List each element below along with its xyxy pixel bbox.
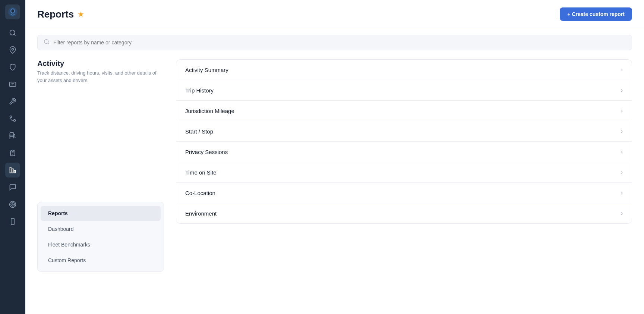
report-item-label: Privacy Sessions [185,149,228,155]
svg-rect-6 [10,82,16,87]
svg-point-23 [44,40,48,44]
chat-nav-icon[interactable] [5,180,20,195]
svg-point-2 [12,9,14,13]
svg-point-10 [14,120,16,122]
category-title: Activity [37,59,164,68]
reports-list: Activity Summary › Trip History › Jurisd… [176,59,632,224]
location-nav-icon[interactable] [5,43,20,57]
svg-rect-12 [12,150,14,151]
chevron-right-icon: › [621,107,623,114]
subnav-item-fleet-benchmarks[interactable]: Fleet Benchmarks [41,237,161,252]
report-item-start-stop[interactable]: Start / Stop › [176,121,632,142]
svg-rect-11 [10,135,14,136]
target-nav-icon[interactable] [5,197,20,212]
favorite-star-icon[interactable]: ★ [78,10,84,19]
svg-rect-16 [12,169,13,173]
search-bar [37,35,632,50]
category-description: Track distance, driving hours, visits, a… [37,69,164,84]
subnav-card: Reports Dashboard Fleet Benchmarks Custo… [37,202,164,272]
svg-point-3 [10,30,15,35]
svg-rect-15 [10,167,11,173]
subnav-item-custom-reports[interactable]: Custom Reports [41,253,161,268]
chevron-right-icon: › [621,66,623,73]
report-item-label: Time on Site [185,169,217,176]
clipboard-nav-icon[interactable] [5,145,20,160]
chevron-right-icon: › [621,87,623,94]
chevron-right-icon: › [621,169,623,176]
report-item-label: Trip History [185,87,214,94]
fuel-nav-icon[interactable] [5,128,20,143]
shield-nav-icon[interactable] [5,60,20,75]
chevron-right-icon: › [621,189,623,196]
report-item-label: Activity Summary [185,67,228,73]
subnav-item-dashboard[interactable]: Dashboard [41,222,161,236]
route-nav-icon[interactable] [5,111,20,126]
id-nav-icon[interactable] [5,77,20,92]
report-item-activity-summary[interactable]: Activity Summary › [176,60,632,80]
svg-rect-17 [14,170,15,173]
app-logo[interactable] [5,4,20,19]
report-item-time-on-site[interactable]: Time on Site › [176,162,632,183]
category-info: Activity Track distance, driving hours, … [37,59,164,84]
main-content: Reports ★ + Create custom report Activit… [25,0,644,314]
svg-line-4 [14,34,16,36]
chevron-right-icon: › [621,128,623,135]
svg-point-19 [11,202,15,206]
left-panel: Activity Track distance, driving hours, … [37,59,164,305]
svg-point-5 [12,48,14,50]
search-input[interactable] [53,40,626,45]
wrench-nav-icon[interactable] [5,94,20,109]
report-item-privacy-sessions[interactable]: Privacy Sessions › [176,142,632,162]
report-item-label: Start / Stop [185,128,213,135]
svg-point-20 [12,204,13,205]
create-custom-report-button[interactable]: + Create custom report [560,7,632,21]
reports-nav-icon[interactable] [5,163,20,178]
svg-point-9 [10,116,12,118]
report-item-trip-history[interactable]: Trip History › [176,80,632,101]
chevron-right-icon: › [621,210,623,217]
sidebar [0,0,25,314]
search-nav-icon[interactable] [5,25,20,40]
report-item-label: Environment [185,210,217,217]
page-title: Reports [37,9,74,20]
header-left: Reports ★ [37,9,84,20]
page-header: Reports ★ + Create custom report [25,0,644,27]
report-item-label: Co-Location [185,190,215,196]
report-item-environment[interactable]: Environment › [176,203,632,223]
svg-line-24 [48,43,49,44]
mobile-nav-icon[interactable] [5,214,20,229]
subnav-item-reports[interactable]: Reports [41,206,161,221]
report-item-label: Jurisdiction Mileage [185,108,234,114]
chevron-right-icon: › [621,148,623,155]
search-icon [44,39,50,46]
search-container [25,27,644,50]
report-item-co-location[interactable]: Co-Location › [176,183,632,203]
report-item-jurisdiction-mileage[interactable]: Jurisdiction Mileage › [176,101,632,121]
content-area: Activity Track distance, driving hours, … [25,50,644,314]
